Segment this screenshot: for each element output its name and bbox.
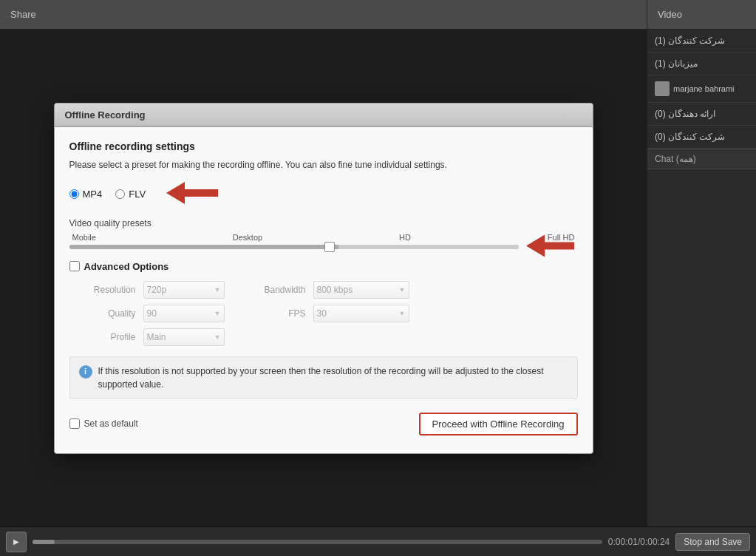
format-arrow-icon [166, 182, 218, 206]
fps-label: FPS [232, 308, 306, 319]
dialog: Offline Recording Offline recording sett… [54, 103, 593, 454]
quality-label: Quality [69, 308, 136, 319]
slider-label-hd: HD [399, 233, 411, 242]
dialog-title: Offline Recording [65, 109, 146, 121]
user-name-label: marjane bahrami [673, 84, 735, 93]
quality-slider-track[interactable] [69, 245, 519, 249]
center-area: Offline Recording Offline recording sett… [0, 30, 647, 526]
fps-select[interactable]: 30▼ [313, 305, 409, 322]
dialog-footer: Set as default Proceed with Offline Reco… [69, 410, 578, 440]
sidebar-item-mizbanan: میزبانان (1) [647, 52, 756, 75]
quality-slider-container [69, 245, 519, 249]
avatar [655, 81, 670, 96]
advanced-options-text: Advanced Options [84, 261, 169, 272]
profile-label: Profile [69, 332, 136, 342]
advanced-options-checkbox[interactable] [69, 261, 80, 271]
proceed-button[interactable]: Proceed with Offline Recording [419, 413, 578, 435]
sidebar: شرکت کنندگان (1) میزبانان (1) marjane ba… [647, 30, 756, 526]
dialog-heading: Offline recording settings [69, 140, 578, 152]
sidebar-item-mizbanan-label: میزبانان (1) [655, 58, 698, 69]
mp4-radio-label[interactable]: MP4 [69, 189, 103, 200]
set-default-checkbox[interactable] [69, 418, 80, 429]
resolution-select[interactable]: 720p▼ [143, 281, 225, 299]
svg-marker-0 [166, 182, 218, 204]
dialog-body: Offline recording settings Please select… [55, 127, 593, 453]
resolution-label: Resolution [69, 285, 136, 295]
mp4-radio[interactable] [69, 189, 79, 199]
advanced-options-row: Advanced Options [69, 261, 578, 272]
play-button[interactable]: ▶ [6, 532, 27, 552]
info-box: i If this resolution is not supported by… [69, 356, 578, 399]
bandwidth-select[interactable]: 800 kbps▼ [313, 281, 409, 299]
quality-slider-thumb[interactable] [324, 242, 335, 252]
proceed-button-label: Proceed with Offline Recording [432, 418, 565, 430]
slider-arrow-icon [526, 234, 574, 259]
format-radio-group: MP4 FLV [69, 182, 578, 206]
set-default-label[interactable]: Set as default [69, 418, 138, 429]
sidebar-item-sharkat: شرکت کنندگان (0) [647, 126, 756, 149]
dialog-description: Please select a preset for making the re… [69, 158, 578, 172]
fields-grid: Resolution 720p▼ Bandwidth 800 kbps▼ Qua… [69, 281, 578, 346]
slider-label-desktop: Desktop [233, 233, 262, 242]
sidebar-item-aradeh: ارائه دهندگان (0) [647, 103, 756, 126]
sidebar-item-miztan-label: شرکت کنندگان (1) [655, 35, 725, 46]
timeline[interactable] [33, 540, 602, 544]
video-label: Video [658, 9, 682, 20]
sidebar-item-user[interactable]: marjane bahrami [647, 75, 756, 103]
quality-select[interactable]: 90▼ [143, 305, 225, 322]
chat-header-label: Chat (همه) [655, 154, 696, 164]
svg-marker-1 [526, 234, 574, 257]
sidebar-item-miztan: شرکت کنندگان (1) [647, 30, 756, 52]
stop-save-button[interactable]: Stop and Save [675, 533, 750, 551]
set-default-text: Set as default [84, 418, 138, 429]
chat-header: Chat (همه) [647, 149, 756, 169]
top-bar: Share Video [0, 0, 756, 30]
flv-radio-label[interactable]: FLV [115, 189, 146, 200]
share-label: Share [10, 9, 36, 20]
main-area: Offline Recording Offline recording sett… [0, 30, 756, 526]
info-icon: i [79, 365, 92, 379]
advanced-options-label[interactable]: Advanced Options [69, 261, 169, 272]
bottom-bar: ▶ 0:00:01/0:00:24 Stop and Save [0, 526, 756, 556]
sidebar-item-aradeh-label: ارائه دهندگان (0) [655, 109, 715, 119]
quality-presets-label: Video quality presets [69, 218, 578, 228]
flv-radio[interactable] [115, 189, 125, 199]
sidebar-item-sharkat-label: شرکت کنندگان (0) [655, 132, 725, 142]
stop-save-label: Stop and Save [684, 537, 742, 547]
bandwidth-label: Bandwidth [232, 285, 306, 295]
flv-label: FLV [129, 189, 146, 200]
slider-labels: Mobile Desktop HD Full HD [69, 233, 578, 242]
modal-overlay: Offline Recording Offline recording sett… [0, 30, 647, 526]
dialog-titlebar: Offline Recording [55, 104, 593, 127]
time-display: 0:00:01/0:00:24 [608, 537, 670, 547]
info-text: If this resolution is not supported by y… [98, 365, 568, 391]
video-panel-header: Video [647, 0, 756, 29]
mp4-label: MP4 [83, 189, 103, 200]
slider-label-mobile: Mobile [72, 233, 96, 242]
timeline-fill [33, 540, 55, 544]
profile-select[interactable]: Main▼ [143, 328, 225, 346]
share-panel-header: Share [0, 0, 647, 29]
